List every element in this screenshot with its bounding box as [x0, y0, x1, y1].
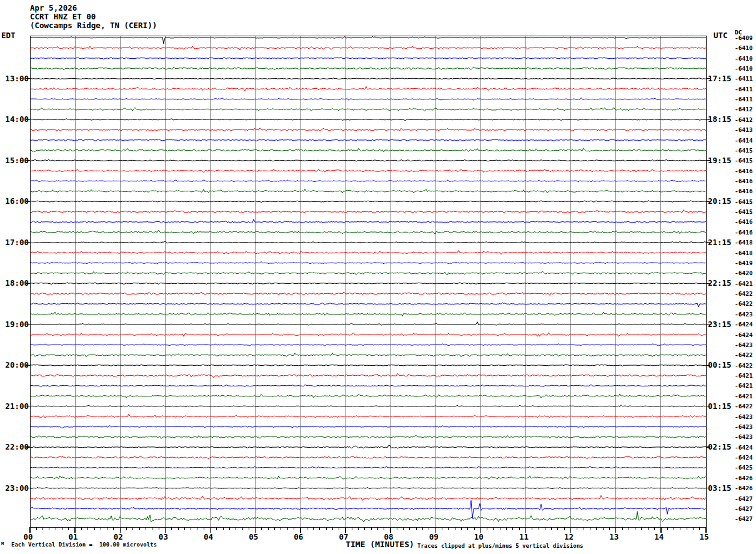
seismic-trace-row [30, 57, 706, 59]
dc-offset-value: -6413 [735, 127, 753, 133]
utc-time-label: 00:15 [708, 361, 732, 370]
dc-offset-value: -6427 [735, 506, 753, 512]
seismic-trace-row [30, 283, 706, 285]
dc-offset-value: -6410 [735, 66, 753, 72]
dc-offset-value: -6427 [735, 496, 753, 502]
dc-offset-value: -6422 [735, 291, 753, 297]
utc-time-label: 02:15 [708, 443, 732, 451]
x-axis-tick-label: 11 [519, 533, 529, 541]
dc-offset-value: -6416 [735, 178, 753, 184]
dc-offset-value: -6415 [735, 199, 753, 205]
dc-offset-value: -6416 [735, 229, 753, 236]
edt-time-label: 13:00 [0, 75, 29, 83]
dc-offset-value: -6424 [735, 455, 753, 461]
x-axis-tick-label: 01 [69, 533, 78, 541]
seismic-trace-row [30, 230, 706, 234]
seismic-trace-row [30, 353, 706, 357]
seismic-trace-row [30, 189, 706, 193]
seismic-trace-row [30, 322, 706, 326]
seismic-trace-row [30, 364, 706, 366]
dc-offset-value: -6427 [735, 516, 753, 523]
dc-offset-value: -6416 [735, 189, 753, 195]
footer-clip-note: Traces clipped at plus/minus 5 vertical … [417, 543, 584, 549]
x-axis-tick-label: 15 [699, 533, 709, 541]
utc-time-label: 21:15 [708, 238, 732, 246]
dc-offset-value: -6420 [735, 271, 753, 277]
seismic-trace-row [30, 385, 706, 386]
dc-offset-value: -6410 [735, 45, 753, 51]
seismic-trace-row [30, 119, 706, 121]
seismic-trace-row [30, 333, 706, 336]
utc-time-label: 19:15 [708, 157, 732, 165]
seismic-trace-row [30, 456, 706, 460]
seismic-trace-row [30, 292, 706, 296]
x-axis-tick-label: 00 [23, 533, 32, 541]
edt-time-label: 19:00 [0, 320, 29, 328]
utc-time-label: 22:15 [708, 280, 732, 288]
dc-offset-value: -6412 [735, 117, 753, 123]
edt-time-label: 20:00 [0, 361, 29, 370]
seismic-trace-row [30, 435, 706, 438]
edt-time-label: 14:00 [0, 116, 29, 124]
x-axis-tick-label: 04 [204, 533, 213, 541]
seismic-trace-row [30, 445, 706, 448]
dc-offset-value: -6412 [735, 107, 753, 113]
dc-offset-value: -6426 [735, 485, 753, 491]
seismic-trace-row [30, 86, 706, 91]
dc-offset-value: -6411 [735, 76, 753, 83]
dc-offset-value: -6419 [735, 260, 753, 266]
seismic-trace-row [30, 344, 706, 346]
utc-time-label: 23:15 [708, 320, 732, 328]
seismic-trace-row [30, 148, 706, 152]
seismic-trace-row [30, 128, 706, 131]
seismic-trace-row [30, 476, 706, 480]
utc-time-label: 17:15 [708, 75, 732, 83]
seismic-trace-row [30, 511, 706, 522]
dc-offset-value: -6416 [735, 219, 753, 226]
utc-time-label: 03:15 [708, 484, 732, 492]
seismic-trace-row [30, 180, 706, 183]
footer-scale-note: Each Vertical Division = 100.00 microvol… [11, 542, 157, 548]
seismic-trace-row [30, 241, 706, 243]
x-axis-tick-label: 02 [114, 533, 123, 541]
seismic-trace-row [30, 394, 706, 398]
utc-time-label: 20:15 [708, 198, 732, 206]
seismic-trace-row [30, 78, 706, 79]
seismic-trace-row [30, 67, 706, 70]
dc-offset-value: -6422 [735, 403, 753, 410]
x-axis-tick-label: 10 [474, 533, 484, 541]
dc-offset-value: -6423 [735, 311, 753, 318]
dc-offset-value: -6411 [735, 86, 753, 93]
dc-offset-value: -6423 [735, 342, 753, 348]
dc-offset-value: -6424 [735, 445, 753, 451]
x-axis-tick-label: 03 [159, 533, 168, 541]
seismic-trace-row [30, 303, 706, 307]
x-axis-tick-label: 06 [294, 533, 303, 541]
dc-offset-value: -6425 [735, 465, 753, 471]
dc-offset-value: -6410 [735, 56, 753, 62]
seismic-trace-row [30, 466, 706, 468]
edt-time-label: 16:00 [0, 198, 29, 206]
x-axis-tick-label: 14 [654, 533, 664, 541]
dc-offset-value: -6411 [735, 96, 753, 103]
dc-offset-value: -6421 [735, 393, 753, 400]
dc-offset-value: -6426 [735, 475, 753, 481]
seismic-trace-row [30, 251, 706, 254]
seismic-trace-row [30, 108, 706, 111]
seismogram-plot [0, 0, 756, 554]
edt-time-label: 23:00 [0, 484, 29, 492]
seismic-trace-row [30, 169, 706, 173]
dc-offset-value: -6421 [735, 281, 753, 287]
dc-offset-value: -6424 [735, 332, 753, 338]
footer-margin-glyph: M [1, 542, 4, 546]
utc-time-label: 01:15 [708, 402, 732, 410]
seismic-trace-row [30, 201, 706, 203]
utc-time-label: 18:15 [708, 116, 732, 124]
seismic-trace-row [30, 98, 706, 100]
seismic-trace-row [30, 139, 706, 141]
dc-offset-value: -6409 [735, 35, 753, 41]
edt-time-label: 17:00 [0, 238, 29, 246]
dc-offset-value: -6415 [735, 158, 753, 164]
seismic-trace-row [30, 210, 706, 213]
seismic-trace-row [30, 373, 706, 377]
